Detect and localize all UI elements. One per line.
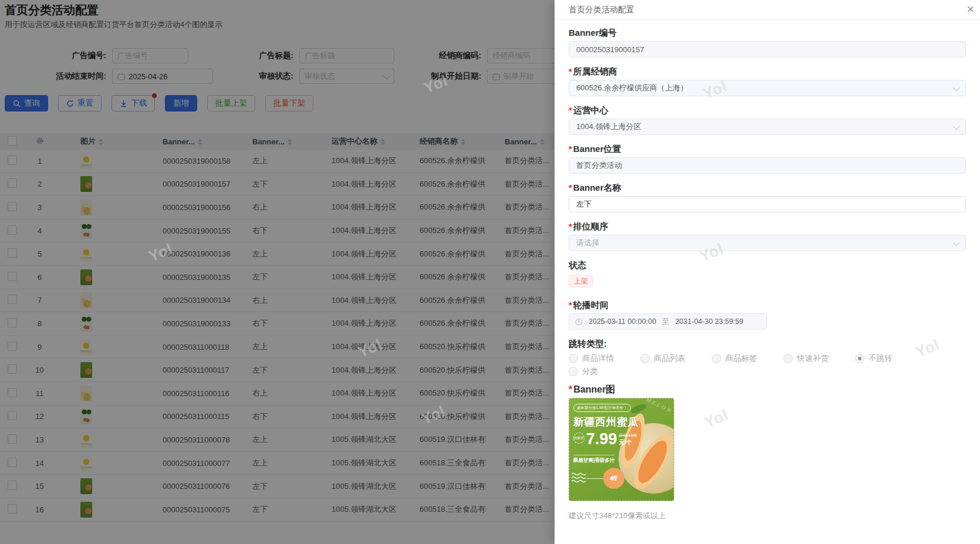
- rank-label: 排位顺序: [569, 221, 966, 232]
- waves-decoration: [572, 472, 587, 484]
- banner-price-unit: 元/个: [619, 438, 637, 447]
- banner-position-input[interactable]: 首页分类活动: [569, 157, 966, 174]
- jump-option-radio[interactable]: 商品标签: [712, 352, 783, 365]
- jump-type-label: 跳转类型:: [569, 338, 966, 350]
- status-label: 状态: [569, 259, 966, 271]
- banner-price: 7.99: [586, 431, 617, 447]
- jump-option-radio[interactable]: 快速补货: [783, 352, 855, 365]
- banner-no-input[interactable]: 0000250319000157: [569, 41, 966, 58]
- banner-position-label: Banner位置: [569, 143, 966, 155]
- radio-icon[interactable]: [855, 354, 864, 363]
- weight-circle: 约 4斤: [603, 468, 624, 489]
- radio-icon[interactable]: [569, 367, 578, 376]
- banner-image-upload[interactable]: MELON 超出部分按1.99元/斤补差价！ 新疆西州蜜瓜 团购价 7.99 原…: [569, 398, 674, 501]
- time-start: 2025-03-11 00:00:00: [589, 317, 656, 326]
- dealer-label: 所属经销商: [569, 66, 966, 77]
- status-badge: 上架: [569, 275, 593, 288]
- jump-options: 商品详情商品列表商品标签快速补货不跳转分类: [569, 352, 966, 378]
- banner-name-input[interactable]: 左下: [569, 196, 966, 212]
- banner-promo-badge: 超出部分按1.99元/斤补差价！: [573, 404, 631, 412]
- banner-slogan: 酥脆甘爽|香甜多汁: [573, 455, 614, 464]
- dealer-select[interactable]: 600526.余余柠檬供应商（上海）: [569, 80, 966, 96]
- close-icon[interactable]: ×: [967, 1, 974, 18]
- banner-melon-word: MELON: [645, 398, 674, 414]
- time-separator: 至: [662, 317, 670, 327]
- group-price-stamp: 团购价: [573, 433, 584, 444]
- banner-image-label: Banner图: [569, 384, 966, 396]
- carousel-time-range-picker[interactable]: 2025-03-11 00:00:00 至 2031-04-30 23:59:5…: [569, 313, 767, 330]
- banner-product-title: 新疆西州蜜瓜: [573, 415, 638, 429]
- drawer-title: 首页分类活动配置: [569, 5, 634, 15]
- jump-option-radio[interactable]: 不跳转: [855, 352, 927, 365]
- chevron-down-icon: [953, 83, 961, 91]
- op-center-select[interactable]: 1004.领锋上海分区: [569, 119, 966, 135]
- banner-config-drawer: 首页分类活动配置 × Banner编号 0000250319000157 所属经…: [555, 0, 980, 544]
- rank-select[interactable]: 请选择: [569, 235, 966, 251]
- op-center-label: 运营中心: [569, 104, 966, 116]
- banner-orig-price: 原价:15元: [619, 433, 637, 438]
- divider-line: [587, 478, 603, 479]
- radio-icon[interactable]: [783, 354, 793, 363]
- clock-icon: [575, 318, 583, 326]
- chevron-down-icon: [953, 238, 961, 246]
- jump-option-radio[interactable]: 分类: [569, 365, 640, 378]
- time-end: 2031-04-30 23:59:59: [675, 317, 744, 326]
- chevron-down-icon: [953, 122, 961, 130]
- banner-no-label: Banner编号: [569, 27, 966, 39]
- radio-icon[interactable]: [640, 354, 650, 363]
- image-size-hint: 建议尺寸348*210像素或以上: [569, 511, 966, 521]
- carousel-time-label: 轮播时间: [569, 299, 966, 311]
- jump-option-radio[interactable]: 商品列表: [640, 352, 712, 365]
- banner-name-label: Banner名称: [569, 182, 966, 194]
- radio-icon[interactable]: [569, 354, 578, 363]
- radio-icon[interactable]: [712, 354, 721, 363]
- jump-option-radio[interactable]: 商品详情: [569, 352, 640, 365]
